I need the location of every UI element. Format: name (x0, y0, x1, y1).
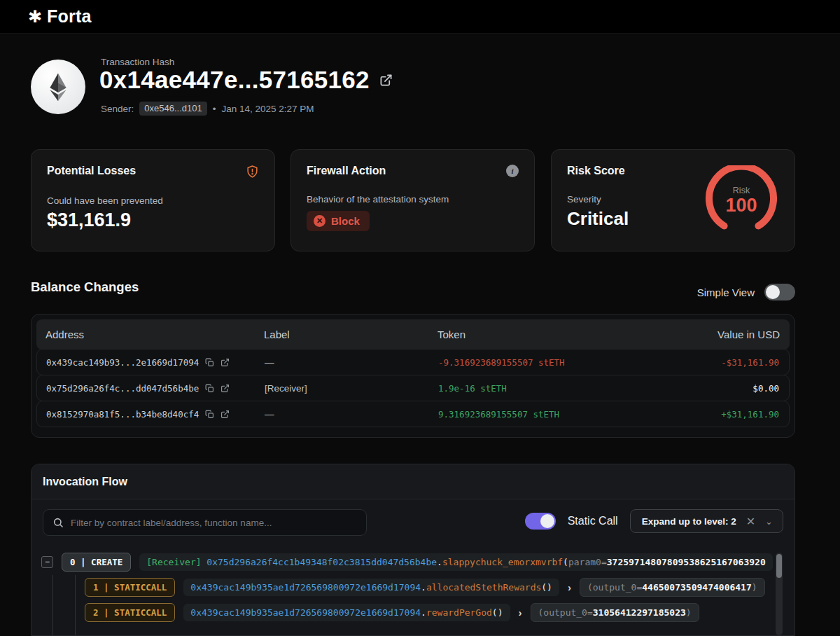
simple-view-toggle[interactable] (764, 284, 795, 300)
shield-alert-icon (246, 165, 259, 179)
risk-score-card: Risk Score Severity Critical Risk 100 (551, 149, 795, 251)
row-token-amount: 9.316923689155507 stETH (438, 409, 666, 420)
table-row: 0x75d296a26f4c...dd047d56b4be [Receiver]… (36, 375, 790, 401)
static-call-label: Static Call (568, 515, 618, 527)
column-header-label: Label (264, 329, 438, 340)
column-header-token: Token (438, 329, 667, 340)
contract-address: 0x439cac149b935ae1d726569800972e1669d170… (190, 607, 421, 618)
copy-icon[interactable] (205, 384, 214, 393)
block-x-icon: ✕ (314, 215, 326, 227)
balance-changes-table: Address Label Token Value in USD 0x439ca… (31, 314, 795, 438)
flow-scrollbar-thumb[interactable] (776, 554, 782, 578)
call-type-badge[interactable]: 1 | STATICCALL (85, 578, 175, 597)
toggle-knob (766, 285, 780, 299)
potential-losses-subtitle: Could have been prevented (47, 195, 259, 206)
output-name: (output_0= (587, 582, 642, 593)
row-address: 0x439cac149b93...2e1669d17094 (46, 357, 199, 368)
risk-score-title: Risk Score (567, 165, 625, 177)
table-row: 0x439cac149b93...2e1669d17094 — -9.31692… (36, 349, 790, 375)
row-label: — (265, 409, 438, 420)
flow-filter-input[interactable]: Filter by contract label/address, functi… (43, 509, 367, 536)
toggle-knob (540, 514, 554, 528)
function-name: allocatedStethRewards (426, 582, 541, 593)
call-type-badge[interactable]: 0 | CREATE (62, 553, 131, 572)
param-value: 37259714807809538625167063920 (607, 557, 766, 567)
transaction-hash-value: 0x14ae447e...57165162 (99, 66, 370, 94)
table-header-row: Address Label Token Value in USD (36, 319, 790, 350)
row-usd-value: -$31,161.90 (666, 357, 789, 368)
output-value: 44650073509474006417 (642, 582, 752, 593)
potential-losses-title: Potential Losses (47, 165, 136, 177)
ethereum-avatar (31, 60, 85, 114)
row-label: — (265, 357, 438, 368)
dot: . (437, 557, 442, 567)
balance-changes-title: Balance Changes (31, 279, 139, 295)
function-name: slappychuck_emorxmvrbf (442, 557, 563, 567)
info-icon[interactable]: i (506, 165, 519, 177)
table-row: 0x8152970a81f5...b34be8d40cf4 — 9.316923… (36, 401, 790, 427)
call-output: (output_0=44650073509474006417) (580, 578, 765, 597)
function-name: rewardPerGod (426, 607, 492, 618)
invocation-row-create: − 0 | CREATE [Receiver] 0x75d296a26f4cc1… (41, 553, 794, 572)
expand-level-select[interactable]: Expand up to level: 2 ✕ ⌄ (630, 509, 783, 533)
call-signature[interactable]: [Receiver] 0x75d296a26f4cc1b49348f02c381… (139, 553, 772, 571)
clear-icon[interactable]: ✕ (746, 515, 755, 528)
column-header-value: Value in USD (667, 329, 790, 340)
row-address: 0x75d296a26f4c...dd047d56b4be (46, 383, 199, 394)
output-name: (output_0= (538, 607, 593, 618)
firewall-action-card: Firewall Action i Behavior of the attest… (290, 149, 535, 251)
row-token-amount: -9.316923689155507 stETH (438, 357, 666, 368)
invocation-row-staticcall: 2 | STATICCALL 0x439cac149b935ae1d726569… (41, 603, 794, 622)
ethereum-icon (44, 71, 72, 102)
dot: . (421, 582, 426, 593)
open-paren: ( (563, 557, 568, 567)
param-name: param0= (568, 557, 607, 567)
expand-level-label: Expand up to level: 2 (642, 516, 736, 527)
contract-address: 0x75d296a26f4cc1b49348f02c3815dd047d56b4… (206, 557, 437, 567)
external-link-icon[interactable] (220, 384, 230, 393)
invocation-flow-title: Invocation Flow (43, 476, 127, 488)
receiver-tag: [Receiver] (146, 557, 206, 567)
row-token-amount: 1.9e-16 stETH (438, 383, 666, 394)
call-parens: () (541, 582, 552, 593)
forta-star-icon: ✱ (28, 8, 42, 25)
copy-icon[interactable] (205, 410, 214, 419)
call-type-badge[interactable]: 2 | STATICCALL (85, 603, 175, 622)
chevron-right-icon: › (568, 581, 571, 593)
forta-logo-text: Forta (47, 6, 92, 27)
invocation-flow-section: Invocation Flow Filter by contract label… (31, 464, 795, 636)
call-parens: () (492, 607, 503, 618)
chevron-down-icon[interactable]: ⌄ (765, 516, 773, 527)
dot: . (421, 607, 426, 618)
close-paren: ) (752, 582, 757, 593)
dot-separator: • (213, 104, 216, 114)
sender-address-pill[interactable]: 0xe546...d101 (139, 102, 206, 116)
forta-logo[interactable]: ✱ Forta (28, 6, 92, 27)
potential-losses-card: Potential Losses Could have been prevent… (31, 149, 275, 251)
flow-scrollbar[interactable] (776, 553, 783, 635)
sender-label: Sender: (101, 104, 134, 114)
risk-gauge-label: Risk (702, 186, 780, 195)
chevron-right-icon: › (519, 607, 522, 618)
call-output: (output_0=31056412297185023) (531, 603, 699, 622)
copy-icon[interactable] (205, 358, 214, 367)
risk-gauge: Risk 100 (702, 165, 780, 235)
collapse-icon[interactable]: − (41, 556, 53, 568)
external-link-icon[interactable] (220, 410, 230, 419)
call-signature[interactable]: 0x439cac149b935ae1d726569800972e1669d170… (183, 579, 559, 596)
block-action-label: Block (331, 215, 360, 227)
simple-view-label: Simple View (697, 286, 755, 298)
contract-address: 0x439cac149b935ae1d726569800972e1669d170… (190, 582, 421, 593)
output-value: 31056412297185023 (593, 607, 686, 618)
call-signature[interactable]: 0x439cac149b935ae1d726569800972e1669d170… (183, 604, 510, 621)
column-header-address: Address (36, 329, 264, 340)
row-label: [Receiver] (265, 383, 438, 394)
block-action-badge: ✕ Block (307, 211, 370, 231)
forta-transaction-page: ✱ Forta Transaction Hash 0x14ae447e...57… (0, 0, 840, 636)
row-usd-value: +$31,161.90 (666, 409, 789, 420)
invocation-tree: − 0 | CREATE [Receiver] 0x75d296a26f4cc1… (31, 544, 794, 636)
potential-losses-amount: $31,161.9 (47, 209, 259, 231)
static-call-toggle[interactable] (525, 513, 556, 530)
external-link-icon[interactable] (220, 358, 230, 367)
external-link-icon[interactable] (379, 74, 393, 87)
